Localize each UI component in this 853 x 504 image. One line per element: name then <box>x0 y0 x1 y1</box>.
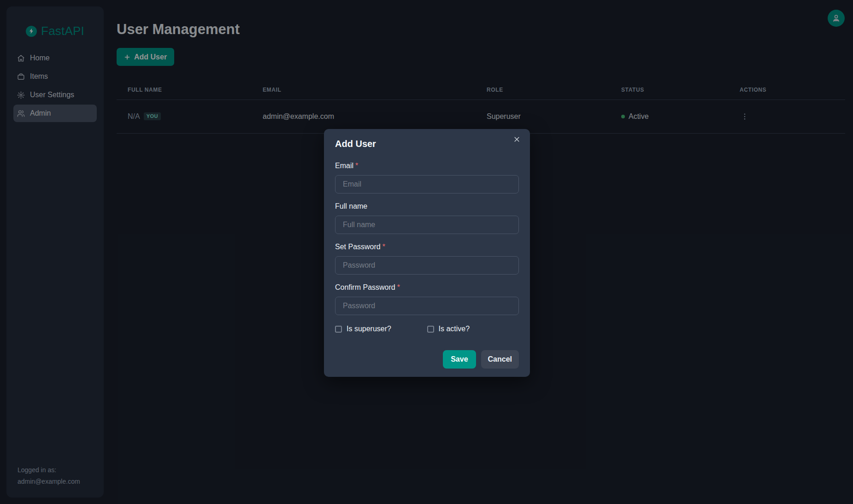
add-user-modal: Add User Email* Full name Set Password* … <box>324 129 530 377</box>
full-name-field-group: Full name <box>335 201 519 234</box>
full-name-label: Full name <box>335 201 519 212</box>
set-password-field-group: Set Password* <box>335 241 519 275</box>
save-button[interactable]: Save <box>443 350 476 369</box>
set-password-label: Set Password* <box>335 241 519 252</box>
is-active-checkbox[interactable] <box>427 326 434 333</box>
is-superuser-label: Is superuser? <box>347 325 391 333</box>
email-field-group: Email* <box>335 160 519 193</box>
cancel-button[interactable]: Cancel <box>481 350 519 369</box>
confirm-password-input[interactable] <box>335 297 519 315</box>
modal-footer: Save Cancel <box>335 350 519 369</box>
close-icon <box>513 136 520 143</box>
modal-title: Add User <box>335 138 519 149</box>
is-active-label: Is active? <box>439 325 470 333</box>
required-mark: * <box>355 162 358 170</box>
modal-close-button[interactable] <box>509 132 524 147</box>
confirm-password-label: Confirm Password* <box>335 282 519 293</box>
full-name-input[interactable] <box>335 216 519 234</box>
modal-checkbox-row: Is superuser? Is active? <box>335 325 519 333</box>
required-mark: * <box>397 283 400 291</box>
is-superuser-checkbox-item[interactable]: Is superuser? <box>335 325 427 333</box>
is-active-checkbox-item[interactable]: Is active? <box>427 325 519 333</box>
email-label: Email* <box>335 160 519 171</box>
set-password-input[interactable] <box>335 256 519 275</box>
is-superuser-checkbox[interactable] <box>335 326 342 333</box>
required-mark: * <box>382 243 385 251</box>
confirm-password-field-group: Confirm Password* <box>335 282 519 315</box>
email-input[interactable] <box>335 175 519 193</box>
